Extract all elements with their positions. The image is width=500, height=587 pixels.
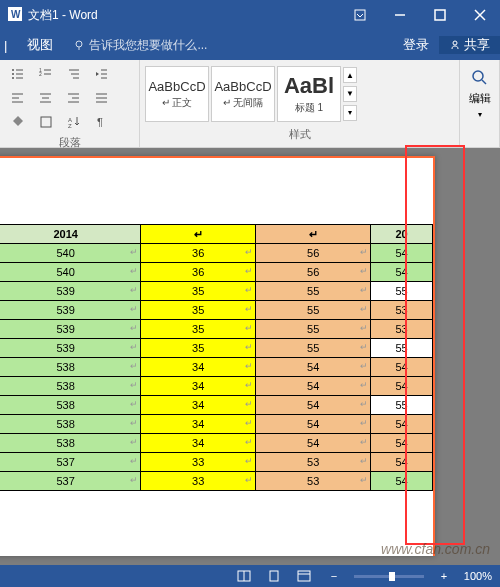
chevron-down-icon: ▾ bbox=[478, 110, 482, 119]
table-cell[interactable]: 55↵ bbox=[256, 320, 371, 339]
styles-scroll-down[interactable]: ▼ bbox=[343, 86, 357, 102]
multilevel-list-button[interactable] bbox=[61, 63, 87, 85]
edit-group: 编辑 ▾ bbox=[460, 60, 500, 147]
tab-partial-left[interactable]: | bbox=[0, 30, 17, 60]
ribbon-options-button[interactable] bbox=[340, 0, 380, 30]
style-heading1[interactable]: AaBl 标题 1 bbox=[277, 66, 341, 122]
print-layout-button[interactable] bbox=[264, 567, 284, 585]
table-cell[interactable]: 539↵ bbox=[0, 320, 141, 339]
table-cell[interactable]: 54 bbox=[371, 415, 433, 434]
table-cell[interactable]: 34↵ bbox=[141, 396, 256, 415]
table-cell[interactable]: 539↵ bbox=[0, 339, 141, 358]
styles-scroll-up[interactable]: ▲ bbox=[343, 67, 357, 83]
login-button[interactable]: 登录 bbox=[393, 36, 439, 54]
table-cell[interactable]: 35↵ bbox=[141, 301, 256, 320]
align-right-button[interactable] bbox=[61, 87, 87, 109]
table-cell[interactable]: 540↵ bbox=[0, 263, 141, 282]
numbering-button[interactable]: 12 bbox=[33, 63, 59, 85]
zoom-slider[interactable] bbox=[354, 575, 424, 578]
read-mode-button[interactable] bbox=[234, 567, 254, 585]
table-cell[interactable]: 54 bbox=[371, 434, 433, 453]
lightbulb-icon bbox=[73, 39, 85, 51]
table-cell[interactable]: 53↵ bbox=[256, 472, 371, 491]
table-cell[interactable]: 35↵ bbox=[141, 339, 256, 358]
table-cell[interactable]: 34↵ bbox=[141, 377, 256, 396]
table-cell[interactable]: 55↵ bbox=[256, 301, 371, 320]
table-cell[interactable]: 538↵ bbox=[0, 396, 141, 415]
table-cell[interactable]: 54 bbox=[371, 377, 433, 396]
web-layout-button[interactable] bbox=[294, 567, 314, 585]
table-row: 539↵35↵55↵55 bbox=[0, 339, 433, 358]
close-button[interactable] bbox=[460, 0, 500, 30]
table-cell[interactable]: 539↵ bbox=[0, 301, 141, 320]
table-cell[interactable]: 53↵ bbox=[256, 453, 371, 472]
styles-expand[interactable]: ▾ bbox=[343, 105, 357, 121]
sort-button[interactable]: AZ bbox=[61, 111, 87, 133]
table-cell[interactable]: 54↵ bbox=[256, 415, 371, 434]
tab-view[interactable]: 视图 bbox=[17, 30, 63, 60]
table-cell[interactable]: 538↵ bbox=[0, 415, 141, 434]
table-cell[interactable]: 36↵ bbox=[141, 263, 256, 282]
table-cell[interactable]: 55 bbox=[371, 339, 433, 358]
header-cell[interactable]: ↵ bbox=[256, 225, 371, 244]
table-cell[interactable]: 54 bbox=[371, 472, 433, 491]
table-cell[interactable]: 54↵ bbox=[256, 377, 371, 396]
table-cell[interactable]: 53 bbox=[371, 320, 433, 339]
table-cell[interactable]: 54↵ bbox=[256, 358, 371, 377]
share-button[interactable]: 共享 bbox=[439, 36, 500, 54]
table-cell[interactable]: 53 bbox=[371, 301, 433, 320]
table-row: 538↵34↵54↵54 bbox=[0, 415, 433, 434]
header-cell[interactable]: ↵ bbox=[141, 225, 256, 244]
table-cell[interactable]: 35↵ bbox=[141, 320, 256, 339]
table-cell[interactable]: 55↵ bbox=[256, 339, 371, 358]
table-cell[interactable]: 540↵ bbox=[0, 244, 141, 263]
table-cell[interactable]: 537↵ bbox=[0, 453, 141, 472]
table-cell[interactable]: 56↵ bbox=[256, 263, 371, 282]
table-cell[interactable]: 33↵ bbox=[141, 472, 256, 491]
table-cell[interactable]: 54↵ bbox=[256, 396, 371, 415]
style-normal[interactable]: AaBbCcD ↵ 正文 bbox=[145, 66, 209, 122]
align-left-button[interactable] bbox=[5, 87, 31, 109]
table-cell[interactable]: 538↵ bbox=[0, 434, 141, 453]
header-cell[interactable]: 20 bbox=[371, 225, 433, 244]
table-cell[interactable]: 537↵ bbox=[0, 472, 141, 491]
table-cell[interactable]: 538↵ bbox=[0, 377, 141, 396]
table-cell[interactable]: 34↵ bbox=[141, 415, 256, 434]
style-no-spacing[interactable]: AaBbCcD ↵ 无间隔 bbox=[211, 66, 275, 122]
table-cell[interactable]: 54↵ bbox=[256, 434, 371, 453]
table-cell[interactable]: 35↵ bbox=[141, 282, 256, 301]
table-cell[interactable]: 33↵ bbox=[141, 453, 256, 472]
align-center-button[interactable] bbox=[33, 87, 59, 109]
header-cell[interactable]: 2014 bbox=[0, 225, 141, 244]
table-cell[interactable]: 36↵ bbox=[141, 244, 256, 263]
table-cell[interactable]: 54 bbox=[371, 244, 433, 263]
show-marks-button[interactable]: ¶ bbox=[89, 111, 115, 133]
minimize-button[interactable] bbox=[380, 0, 420, 30]
document-area[interactable]: 2014 ↵ ↵ 20 540↵36↵56↵54540↵36↵56↵54539↵… bbox=[0, 148, 500, 566]
decrease-indent-button[interactable] bbox=[89, 63, 115, 85]
maximize-button[interactable] bbox=[420, 0, 460, 30]
table-cell[interactable]: 54 bbox=[371, 358, 433, 377]
data-table[interactable]: 2014 ↵ ↵ 20 540↵36↵56↵54540↵36↵56↵54539↵… bbox=[0, 224, 433, 491]
zoom-out-button[interactable]: − bbox=[324, 567, 344, 585]
table-cell[interactable]: 34↵ bbox=[141, 434, 256, 453]
table-cell[interactable]: 34↵ bbox=[141, 358, 256, 377]
table-cell[interactable]: 538↵ bbox=[0, 358, 141, 377]
shading-button[interactable] bbox=[5, 111, 31, 133]
table-cell[interactable]: 55 bbox=[371, 282, 433, 301]
table-cell[interactable]: 54 bbox=[371, 263, 433, 282]
tell-me-search[interactable]: 告诉我您想要做什么... bbox=[63, 37, 393, 54]
table-cell[interactable]: 54 bbox=[371, 453, 433, 472]
table-cell[interactable]: 539↵ bbox=[0, 282, 141, 301]
svg-text:Z: Z bbox=[68, 123, 72, 129]
find-button[interactable]: 编辑 ▾ bbox=[465, 63, 494, 119]
table-cell[interactable]: 55↵ bbox=[256, 282, 371, 301]
justify-button[interactable] bbox=[89, 87, 115, 109]
svg-rect-38 bbox=[41, 117, 51, 127]
table-cell[interactable]: 56↵ bbox=[256, 244, 371, 263]
table-cell[interactable]: 55 bbox=[371, 396, 433, 415]
zoom-level[interactable]: 100% bbox=[464, 570, 492, 582]
bullets-button[interactable] bbox=[5, 63, 31, 85]
borders-button[interactable] bbox=[33, 111, 59, 133]
zoom-in-button[interactable]: + bbox=[434, 567, 454, 585]
